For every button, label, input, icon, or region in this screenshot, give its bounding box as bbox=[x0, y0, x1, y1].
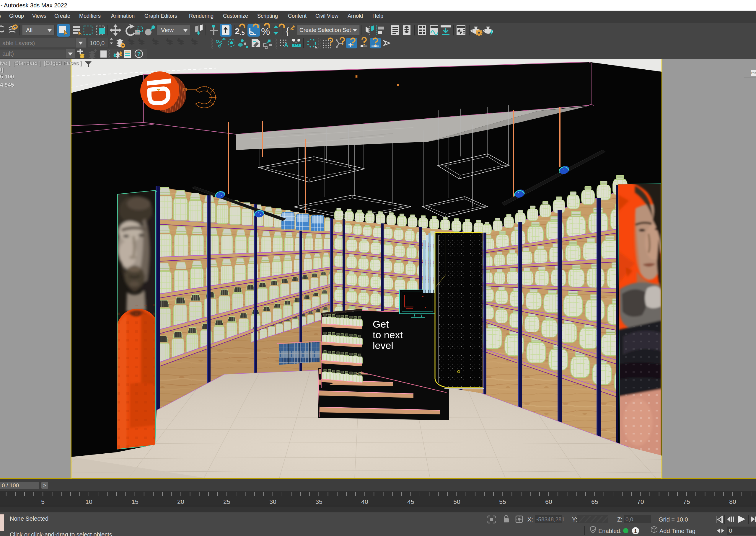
svg-text:able Layers): able Layers) bbox=[2, 40, 35, 46]
svg-text:Y:: Y: bbox=[572, 516, 577, 523]
svg-text:15: 15 bbox=[131, 498, 138, 505]
svg-text:Get: Get bbox=[373, 318, 389, 330]
svg-text:View: View bbox=[161, 27, 174, 33]
svg-text:20: 20 bbox=[177, 498, 184, 505]
svg-text:-58348,281: -58348,281 bbox=[536, 516, 565, 522]
svg-text:75: 75 bbox=[683, 498, 690, 505]
svg-text:100,0: 100,0 bbox=[90, 40, 105, 46]
svg-text:55: 55 bbox=[499, 498, 506, 505]
svg-text:Z:: Z: bbox=[617, 516, 623, 523]
svg-text:65: 65 bbox=[591, 498, 598, 505]
svg-text:0: 0 bbox=[729, 527, 732, 534]
svg-text:30: 30 bbox=[269, 498, 276, 505]
svg-text:80: 80 bbox=[729, 498, 736, 505]
svg-text:2: 2 bbox=[235, 26, 240, 36]
svg-text:level: level bbox=[373, 340, 394, 351]
svg-text:40: 40 bbox=[361, 498, 368, 505]
svg-text:45: 45 bbox=[407, 498, 414, 505]
svg-text:0,0: 0,0 bbox=[626, 516, 633, 522]
svg-text:Grid = 10,0: Grid = 10,0 bbox=[659, 516, 688, 523]
svg-text:A: A bbox=[284, 42, 288, 49]
svg-text:?: ? bbox=[137, 50, 141, 57]
svg-text:60: 60 bbox=[545, 498, 552, 505]
svg-text:10: 10 bbox=[86, 498, 92, 505]
svg-text:Add Time Tag: Add Time Tag bbox=[659, 528, 696, 534]
svg-text:X:: X: bbox=[528, 516, 533, 523]
svg-text:35: 35 bbox=[315, 498, 322, 505]
svg-text:to next: to next bbox=[373, 329, 403, 340]
svg-text:ault): ault) bbox=[2, 50, 14, 57]
svg-text:Enabled:: Enabled: bbox=[598, 528, 622, 534]
svg-text:All: All bbox=[26, 27, 32, 33]
svg-text:.5: .5 bbox=[240, 29, 245, 36]
svg-text:{: { bbox=[286, 26, 289, 36]
svg-text:70: 70 bbox=[637, 498, 644, 505]
svg-text:50: 50 bbox=[453, 498, 460, 505]
svg-text:5: 5 bbox=[41, 498, 45, 505]
svg-text:25: 25 bbox=[223, 498, 230, 505]
svg-text:Create Selection Set: Create Selection Set bbox=[299, 27, 351, 33]
svg-text:1: 1 bbox=[634, 528, 637, 534]
